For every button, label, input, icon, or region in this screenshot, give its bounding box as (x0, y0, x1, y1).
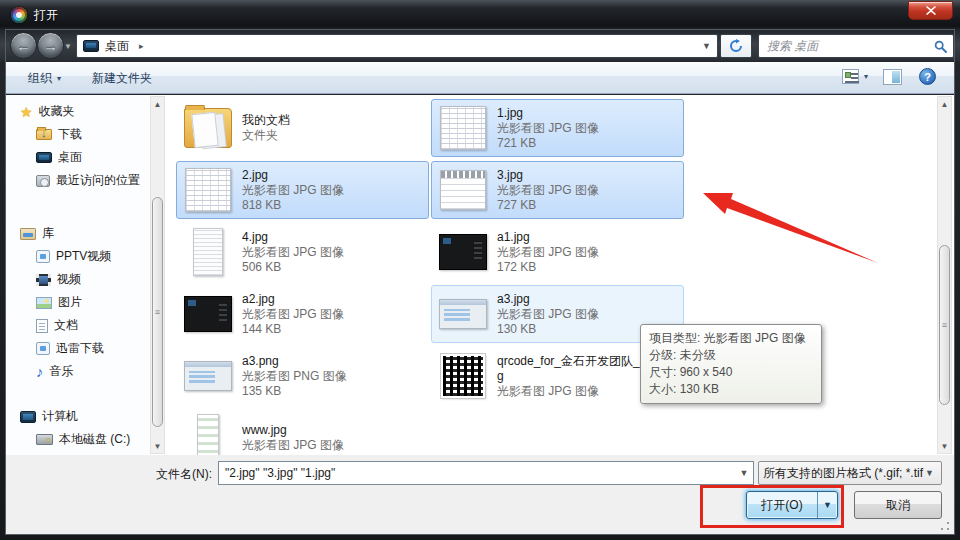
local-disk-icon (36, 434, 53, 445)
chevron-down-icon[interactable]: ▼ (735, 468, 753, 478)
back-button[interactable]: ← (10, 32, 37, 59)
sidebar-item-music[interactable]: ♪音乐 (36, 363, 74, 380)
sidebar-group-favorites[interactable]: ★收藏夹 (20, 103, 75, 120)
magnifier-icon[interactable] (934, 40, 947, 53)
sidebar-group-computer[interactable]: 计算机 (20, 408, 78, 425)
chevron-down-icon: ▼ (925, 468, 941, 478)
help-button[interactable]: ? (919, 68, 936, 85)
breadcrumb-root[interactable]: 桌面 (105, 38, 129, 55)
scroll-up-icon[interactable]: ▲ (151, 97, 164, 111)
scroll-down-icon[interactable]: ▼ (938, 439, 951, 453)
filter-value: 所有支持的图片格式 (*.gif; *.tif (759, 465, 925, 482)
window-title: 打开 (34, 7, 58, 24)
tall-sheet-thumb (193, 228, 223, 276)
filename-input[interactable] (219, 466, 735, 480)
scroll-down-icon[interactable]: ▼ (151, 439, 164, 453)
close-button[interactable] (908, 1, 953, 20)
refresh-icon (729, 39, 743, 53)
file-tile-3jpg[interactable]: 3.jpg光影看图 JPG 图像727 KB (431, 161, 684, 219)
file-tile-2jpg[interactable]: 2.jpg光影看图 JPG 图像818 KB (176, 161, 429, 219)
desktop-icon (36, 152, 52, 163)
address-breadcrumb[interactable]: 桌面 ▸ ▼ (76, 34, 718, 58)
address-dropdown-button[interactable]: ▼ (702, 41, 711, 51)
sidebar-item-thunder-download[interactable]: 迅雷下载 (36, 340, 104, 357)
dialog-footer: 文件名(N): ▼ 所有支持的图片格式 (*.gif; *.tif ▼ 打开(O… (6, 455, 954, 534)
file-info-tooltip: 项目类型: 光影看图 JPG 图像 分级: 未分级 尺寸: 960 x 540 … (640, 324, 822, 404)
resize-grip[interactable] (940, 521, 950, 531)
navigation-bar: ← → ▼ 桌面 ▸ ▼ (6, 31, 954, 61)
music-icon: ♪ (36, 364, 44, 379)
filename-label: 文件名(N): (6, 466, 212, 483)
filename-combobox[interactable]: ▼ (218, 461, 754, 485)
file-tile-4jpg[interactable]: 4.jpg光影看图 JPG 图像506 KB (176, 223, 429, 281)
history-dropdown-button[interactable]: ▼ (64, 42, 72, 51)
table-thumb (440, 170, 486, 210)
open-button[interactable]: 打开(O) ▼ (746, 491, 838, 519)
chevron-down-icon: ▾ (864, 72, 868, 81)
open-button-label[interactable]: 打开(O) (747, 497, 817, 514)
sidebar-item-pptv-video[interactable]: PPTV视频 (36, 248, 111, 265)
pptv-video-icon (36, 250, 50, 263)
app-icon (11, 7, 27, 23)
search-box[interactable] (758, 34, 954, 58)
search-input[interactable] (765, 38, 934, 54)
dark-screenshot-thumb (439, 234, 487, 270)
computer-icon (20, 411, 36, 423)
desktop-icon (83, 40, 99, 52)
title-bar[interactable]: 打开 (0, 0, 960, 30)
tooltip-dimensions: 尺寸: 960 x 540 (649, 364, 813, 381)
forward-button[interactable]: → (37, 32, 64, 59)
download-folder-icon (36, 129, 52, 140)
cancel-button[interactable]: 取消 (854, 491, 942, 519)
organize-label: 组织 (28, 70, 52, 87)
scroll-up-icon[interactable]: ▲ (938, 97, 951, 111)
documents-icon (36, 319, 48, 333)
sidebar-group-libraries[interactable]: 库 (20, 225, 54, 242)
close-icon (926, 6, 936, 15)
spreadsheet-thumb (440, 106, 486, 150)
sidebar-item-local-disk-c[interactable]: 本地磁盘 (C:) (36, 431, 130, 448)
view-mode-icon (842, 69, 859, 84)
tooltip-item-type: 项目类型: 光影看图 JPG 图像 (649, 330, 813, 347)
file-scrollbar-thumb[interactable]: ≡ (939, 245, 950, 405)
dark-screenshot-thumb (184, 296, 232, 332)
file-tile-a2jpg[interactable]: a2.jpg光影看图 JPG 图像144 KB (176, 285, 429, 343)
videos-icon (36, 274, 51, 286)
file-tile-a3png[interactable]: a3.png光影看图 PNG 图像135 KB (176, 347, 429, 405)
refresh-button[interactable] (720, 34, 752, 58)
breadcrumb-chevron-icon[interactable]: ▸ (139, 41, 144, 51)
navigation-pane: ★收藏夹 下载 桌面 最近访问的位置 库 PPTV视频 视频 图片 文档 迅雷下… (6, 95, 150, 455)
sidebar-scrollbar-thumb[interactable]: ≡ (152, 197, 163, 427)
arrow-right-icon: → (44, 39, 58, 53)
change-view-button[interactable]: ▾ (842, 69, 868, 84)
qrcode-thumb (441, 354, 485, 398)
dialog-screenshot-thumb (184, 361, 232, 391)
spreadsheet-thumb (185, 168, 231, 212)
open-split-dropdown[interactable]: ▼ (817, 492, 837, 518)
preview-pane-button[interactable] (883, 69, 902, 85)
star-icon: ★ (20, 105, 33, 119)
sidebar-item-documents[interactable]: 文档 (36, 317, 78, 334)
file-type-filter[interactable]: 所有支持的图片格式 (*.gif; *.tif ▼ (758, 461, 942, 485)
folder-thumb (184, 108, 232, 148)
new-folder-button[interactable]: 新建文件夹 (92, 70, 152, 87)
file-tile-a1jpg[interactable]: a1.jpg光影看图 JPG 图像172 KB (431, 223, 684, 281)
pictures-icon (36, 297, 52, 309)
file-tile-1jpg[interactable]: 1.jpg光影看图 JPG 图像721 KB (431, 99, 684, 157)
libraries-icon (20, 228, 36, 240)
organize-menu-button[interactable]: 组织 ▾ (28, 70, 61, 87)
file-tile-my-documents[interactable]: 我的文档文件夹 (176, 99, 429, 157)
cancel-button-label: 取消 (886, 497, 910, 514)
tooltip-rating: 分级: 未分级 (649, 347, 813, 364)
open-file-dialog: 打开 ← → ▼ 桌面 ▸ ▼ (0, 0, 960, 540)
dialog-screenshot-thumb (439, 299, 487, 329)
sidebar-item-downloads[interactable]: 下载 (36, 126, 82, 143)
sidebar-item-desktop[interactable]: 桌面 (36, 149, 82, 166)
file-list-scrollbar[interactable]: ▲ ≡ ▼ (937, 96, 952, 454)
file-list: 我的文档文件夹 1.jpg光影看图 JPG 图像721 KB 2.jpg光影看图… (176, 99, 696, 455)
sidebar-item-pictures[interactable]: 图片 (36, 294, 82, 311)
chevron-down-icon: ▾ (57, 74, 61, 83)
sidebar-scrollbar[interactable]: ▲ ≡ ▼ (150, 96, 165, 454)
sidebar-item-recent-places[interactable]: 最近访问的位置 (36, 172, 140, 189)
sidebar-item-videos[interactable]: 视频 (36, 271, 81, 288)
